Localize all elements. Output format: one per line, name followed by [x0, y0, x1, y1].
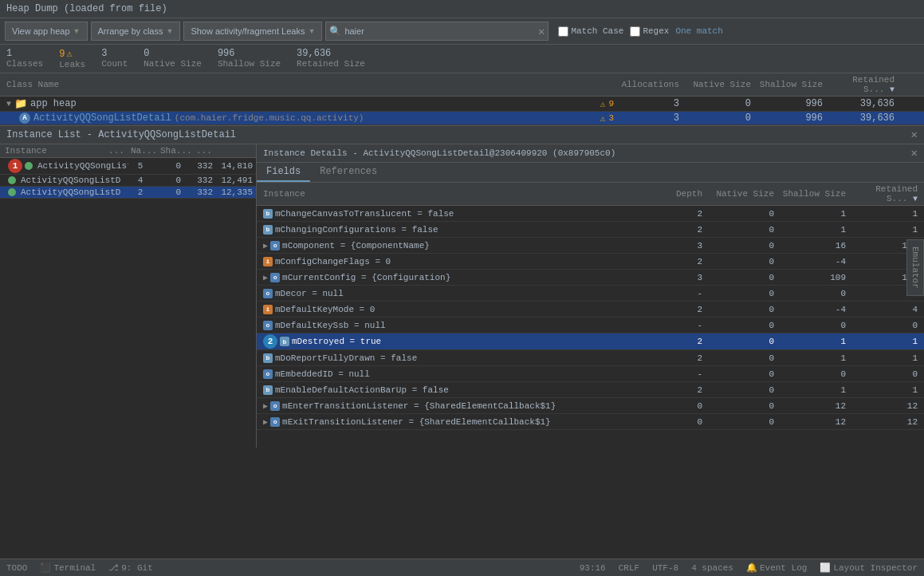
header-native-size[interactable]: Native Size	[686, 80, 757, 89]
search-clear-button[interactable]: ✕	[538, 25, 545, 38]
view-app-heap-button[interactable]: View app heap ▼	[5, 22, 88, 41]
instance-panel-close-button[interactable]: ✕	[911, 129, 918, 140]
type-icon-obj: o	[270, 241, 280, 251]
warn-icon: ⚠	[600, 113, 606, 124]
header-allocations[interactable]: Allocations	[614, 80, 686, 89]
table-row[interactable]: A ActivityQQSongListDetail (com.haier.fr…	[0, 112, 924, 125]
inst-col2: 0	[152, 187, 184, 197]
field-native: 0	[709, 321, 780, 330]
row-native: 0	[686, 98, 757, 109]
instance-details-title: Instance Details - ActivityQQSongListDet…	[263, 148, 615, 158]
field-depth: 2	[661, 353, 709, 363]
field-row[interactable]: b mEnableDefaultActionBarUp = false 2 0 …	[257, 382, 924, 398]
field-row[interactable]: i mDefaultKeyMode = 0 2 0 -4 4	[257, 302, 924, 318]
search-box: 🔍 ✕	[325, 22, 549, 41]
field-row[interactable]: b mDoReportFullyDrawn = false 2 0 1 1	[257, 350, 924, 366]
status-left: TODO ⬛ Terminal ⎇ 9: Git	[6, 562, 153, 573]
emulator-tab[interactable]: Emulator	[906, 239, 924, 296]
header-class-name[interactable]: Class Name	[0, 80, 614, 89]
field-retained: 1	[852, 209, 924, 219]
retained-field-label: Retained S...	[875, 184, 918, 203]
field-row[interactable]: ▶ o mExitTransitionListener = {SharedEle…	[257, 414, 924, 430]
match-case-option[interactable]: Match Case	[558, 26, 623, 37]
tree-expand-icon[interactable]: ▼	[6, 100, 11, 108]
field-row[interactable]: o mDefaultKeySsb = null - 0 0 0	[257, 318, 924, 333]
field-shallow: 0	[780, 369, 852, 379]
header-dots2: ...	[192, 146, 216, 156]
status-indent-label: 4 spaces	[691, 563, 733, 573]
search-input[interactable]	[344, 26, 535, 36]
field-name-text: mEnableDefaultActionBarUp = false	[275, 385, 449, 395]
layout-inspector-icon: ⬜	[820, 562, 831, 573]
status-encoding[interactable]: UTF-8	[652, 563, 678, 573]
field-row[interactable]: b mChangingConfigurations = false 2 0 1 …	[257, 222, 924, 238]
field-depth: 2	[661, 385, 709, 395]
status-terminal-label: Terminal	[53, 563, 96, 573]
field-row[interactable]: o mDecor = null - 0 0 0	[257, 286, 924, 302]
row-allocations: 3	[614, 112, 686, 124]
inst-col1: 4	[128, 176, 152, 185]
field-native: 0	[709, 401, 780, 411]
field-instance: ▶ o mEnterTransitionListener = {SharedEl…	[257, 401, 661, 411]
regex-checkbox[interactable]	[630, 26, 640, 37]
type-icon-int: i	[263, 305, 273, 314]
inst-col1: 5	[128, 161, 152, 171]
field-instance: o mDefaultKeySsb = null	[257, 321, 661, 330]
field-expand-icon[interactable]: ▶	[263, 273, 268, 282]
tab-references-label: References	[320, 166, 377, 177]
table-row[interactable]: ▼ 📁 app heap ⚠ 9 3 0 996 39,636	[0, 97, 924, 112]
warn-count: 9	[608, 99, 614, 108]
field-row[interactable]: ▶ o mEnterTransitionListener = {SharedEl…	[257, 398, 924, 414]
list-item[interactable]: ActivityQQSongListD 4 0 332 12,491	[0, 175, 256, 187]
status-terminal[interactable]: ⬛ Terminal	[40, 562, 96, 573]
field-row[interactable]: 2 b mDestroyed = true 2 0 1 1	[257, 333, 924, 350]
field-row[interactable]: ▶ o mCurrentConfig = {Configuration} 3 0…	[257, 270, 924, 286]
show-leaks-button[interactable]: Show activity/fragment Leaks ▼	[183, 22, 322, 41]
status-position[interactable]: 93:16	[580, 563, 606, 573]
field-name-text: mDoReportFullyDrawn = false	[275, 353, 417, 363]
field-retained: 0	[852, 369, 924, 379]
arrange-by-class-button[interactable]: Arrange by class ▼	[91, 22, 181, 41]
field-retained: 1	[852, 385, 924, 395]
status-indent[interactable]: 4 spaces	[691, 563, 733, 573]
field-shallow: 1	[780, 225, 852, 235]
inst-col3: 332	[184, 176, 216, 185]
leaks-label: Leaks	[59, 60, 85, 69]
field-expand-icon[interactable]: ▶	[263, 401, 268, 411]
field-instance: b mDoReportFullyDrawn = false	[257, 353, 661, 363]
instance-panel-title: Instance List - ActivityQQSongListDetail	[6, 129, 236, 140]
list-item[interactable]: 1 ActivityQQSongListD 5 0 332 14,810	[0, 158, 256, 175]
field-retained: 12	[852, 401, 924, 411]
field-shallow: 1	[780, 337, 852, 346]
status-layout-inspector[interactable]: ⬜ Layout Inspector	[820, 562, 918, 573]
field-row[interactable]: o mEmbeddedID = null - 0 0 0	[257, 366, 924, 382]
field-native: 0	[709, 225, 780, 235]
regex-option[interactable]: Regex	[630, 26, 669, 37]
field-native: 0	[709, 209, 780, 219]
status-todo[interactable]: TODO	[6, 562, 27, 573]
field-row[interactable]: ▶ o mComponent = {ComponentName} 3 0 16 …	[257, 238, 924, 254]
status-git[interactable]: ⎇ 9: Git	[108, 562, 153, 573]
list-item[interactable]: ActivityQQSongListD 2 0 332 12,335	[0, 187, 256, 199]
tab-fields[interactable]: Fields	[257, 163, 310, 182]
field-row[interactable]: b mChangeCanvasToTranslucent = false 2 0…	[257, 206, 924, 222]
field-expand-icon[interactable]: ▶	[263, 241, 268, 251]
field-depth: 2	[661, 209, 709, 219]
regex-label: Regex	[643, 26, 669, 36]
status-event-log[interactable]: 🔔 Event Log	[746, 562, 807, 573]
field-row[interactable]: i mConfigChangeFlags = 0 2 0 -4 4	[257, 254, 924, 270]
field-name-text: mConfigChangeFlags = 0	[275, 257, 391, 266]
field-shallow: 16	[780, 241, 852, 251]
count-label: Count	[101, 59, 128, 69]
match-case-checkbox[interactable]	[558, 26, 568, 37]
field-expand-icon[interactable]: ▶	[263, 417, 268, 427]
instance-details-close-button[interactable]: ✕	[911, 148, 918, 159]
row-class-name: ▼ 📁 app heap ⚠ 9	[0, 97, 614, 110]
header-shallow-size[interactable]: Shallow Size	[757, 80, 829, 89]
status-git-label: 9: Git	[121, 563, 153, 573]
tab-references[interactable]: References	[310, 163, 387, 182]
header-retained-size[interactable]: Retained S... ▼	[829, 75, 901, 94]
status-line-endings[interactable]: CRLF	[619, 563, 639, 573]
arrange-arrow: ▼	[166, 27, 173, 35]
type-icon-bool: b	[263, 385, 273, 395]
